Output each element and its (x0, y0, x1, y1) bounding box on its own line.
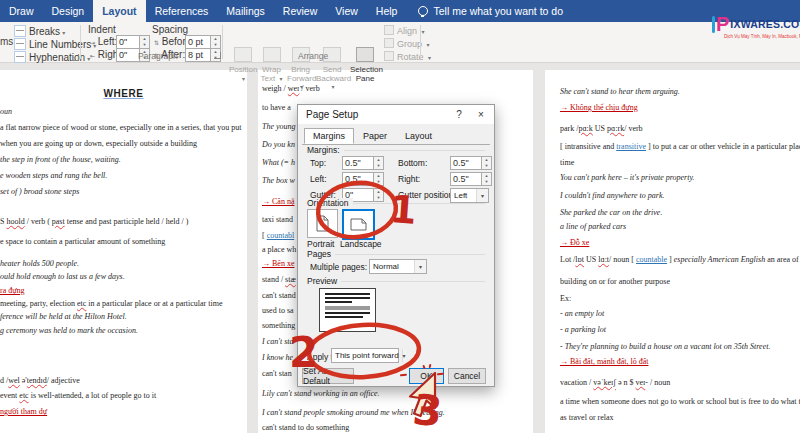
left-margin-field[interactable]: 0.5"▲▼ (342, 172, 384, 186)
page-setup-dialog: Page Setup ? × Margins Paper Layout Marg… (297, 104, 495, 387)
position-button[interactable]: Position ▾ (229, 47, 256, 83)
spacing-before-field[interactable]: 0 pt▲▼ (185, 35, 221, 49)
breaks-icon (14, 25, 26, 37)
align-button[interactable]: Align ▾ (384, 25, 425, 36)
ribbon-tab-row: Draw Design Layout References Mailings R… (0, 0, 800, 22)
selection-pane-button[interactable]: Selection Pane (350, 47, 380, 83)
left-margin-spinner[interactable]: ▲▼ (374, 172, 384, 186)
set-as-default-button[interactable]: Set As Default (302, 368, 354, 384)
doc-line: WHERE (0, 88, 247, 100)
gutter-spinner[interactable]: ▲▼ (374, 188, 384, 202)
left-margin-label: Left: (310, 174, 327, 184)
group-separator (80, 25, 81, 59)
doc-line: You can't park here – it's private prope… (560, 174, 695, 183)
chevron-down-icon: ▾ (414, 260, 426, 273)
ribbon-tab-design[interactable]: Design (43, 0, 94, 22)
ribbon-tab-review[interactable]: Review (274, 0, 326, 22)
ribbon-tab-mailings[interactable]: Mailings (217, 0, 274, 22)
doc-line: the step in front of the house, waiting. (0, 156, 121, 165)
bottom-margin-field[interactable]: 0.5"▲▼ (450, 156, 492, 170)
doc-line: oun (0, 108, 12, 117)
doc-line: can't stand to do something (262, 424, 349, 433)
doc-line: event etc is well-attended, a lot of peo… (0, 392, 156, 401)
dialog-close-button[interactable]: × (470, 105, 492, 124)
doc-line: time (560, 159, 574, 168)
right-margin-field[interactable]: 0.5"▲▼ (450, 172, 492, 186)
rotate-button[interactable]: Rotate ▾ (384, 51, 431, 62)
apply-to-dropdown[interactable]: This point forward▾ (331, 348, 399, 363)
ribbon-tab-layout[interactable]: Layout (93, 0, 145, 22)
doc-line: a line of parked cars (560, 223, 626, 232)
spacing-before-spinner[interactable]: ▲▼ (211, 35, 221, 49)
doc-line: [ countabl (262, 232, 294, 241)
line-numbers-button[interactable]: Line Numbers▾ (14, 38, 96, 50)
doc-line: a flat narrow piece of wood or stone, es… (0, 124, 241, 133)
cancel-button[interactable]: Cancel (448, 368, 486, 384)
indent-left-spinner[interactable]: ▲▼ (140, 35, 150, 49)
doc-line: → Bến xe (262, 260, 294, 269)
dialog-title: Page Setup (306, 109, 358, 120)
orientation-section-label: Orientation (307, 198, 353, 208)
bottom-margin-spinner[interactable]: ▲▼ (482, 156, 492, 170)
wrap-text-button[interactable]: Wrap Text ▾ (258, 47, 285, 83)
doc-line: vacation / vəˈkeɪʃ ə n $ veɪ- / noun (560, 379, 670, 388)
doc-line: She parked the car on the drive. (560, 209, 662, 218)
doc-line: park /pɑːk US pɑːrk/ verb (560, 125, 643, 134)
gutter-position-label: Gutter position: (398, 190, 456, 200)
dialog-tab-layout[interactable]: Layout (396, 128, 441, 144)
dialog-tab-paper[interactable]: Paper (354, 128, 396, 144)
doc-line: → Bãi đất, mảnh đất, lô đất (560, 358, 648, 367)
logo-p-icon: P (712, 14, 729, 34)
dialog-help-button[interactable]: ? (448, 105, 470, 124)
spacing-label: Spacing (152, 24, 188, 35)
logo-text: IXWARES.COM (730, 18, 800, 30)
doc-line: I can't sta (262, 338, 293, 347)
top-margin-label: Top: (310, 158, 326, 168)
align-icon (384, 25, 394, 35)
doc-line: g ceremony was held to mark the occasion… (0, 327, 138, 336)
ribbon-tab-draw[interactable]: Draw (0, 0, 43, 22)
doc-line: I can't stand people smoking around me w… (262, 409, 445, 418)
paragraph-group-label: Paragraph (138, 51, 178, 61)
breaks-button[interactable]: Breaks▾ (14, 25, 65, 37)
doc-line: Lily can't stand working in an office. (262, 390, 379, 399)
lightbulb-icon (418, 6, 428, 16)
ribbon-tab-references[interactable]: References (146, 0, 218, 22)
doc-line: building on or for another purpose (560, 278, 670, 287)
ribbon-tab-view[interactable]: View (326, 0, 367, 22)
gutter-position-dropdown[interactable]: Left▾ (450, 188, 489, 203)
paragraph-dialog-launcher[interactable] (214, 52, 221, 59)
doc-line: a time when someone does not go to work … (560, 398, 800, 407)
doc-line: taxi stand (262, 216, 293, 225)
doc-line: e wooden steps and rang the bell. (0, 172, 107, 181)
landscape-option[interactable] (342, 209, 375, 240)
doc-line: → Không thể chịu đựng (560, 104, 638, 113)
doc-line: I know he (262, 354, 293, 363)
ok-button[interactable]: OK (409, 368, 444, 384)
portrait-label: Portrait (307, 239, 334, 249)
margins-section-label: Margins: (307, 145, 344, 155)
document-page-left: WHEREouna flat narrow piece of wood or s… (0, 70, 247, 433)
dialog-tab-margins[interactable]: Margins (304, 128, 354, 144)
right-margin-spinner[interactable]: ▲▼ (482, 172, 492, 186)
document-page-right: She can't stand to hear them arguing.→ K… (545, 70, 800, 433)
chevron-down-icon: ▾ (476, 189, 488, 202)
tell-me-box[interactable]: Tell me what you want to do (418, 0, 563, 22)
multiple-pages-dropdown[interactable]: Normal▾ (369, 259, 427, 274)
top-margin-spinner[interactable]: ▲▼ (374, 156, 384, 170)
top-margin-field[interactable]: 0.5"▲▼ (342, 156, 384, 170)
hyphenation-icon (14, 51, 26, 63)
doc-line: What (= h (262, 159, 295, 168)
group-button[interactable]: Group ▾ (384, 38, 430, 49)
doc-line: set of ) broad stone steps (0, 188, 79, 197)
doc-line: as travel or relax (560, 414, 614, 423)
page-setup-dialog-launcher[interactable] (72, 54, 79, 61)
ribbon-tab-help[interactable]: Help (367, 0, 407, 22)
doc-line: I couldn't find anywhere to park. (560, 192, 665, 201)
doc-line: ould hold enough to last us a few days. (0, 273, 125, 282)
doc-line: → Đỗ xe (560, 239, 589, 248)
indent-left-field[interactable]: 0"▲▼ (116, 35, 150, 49)
doc-line: e space to contain a particular amount o… (0, 238, 165, 247)
portrait-option[interactable] (307, 209, 338, 238)
columns-button-partial[interactable]: ms (0, 36, 13, 47)
